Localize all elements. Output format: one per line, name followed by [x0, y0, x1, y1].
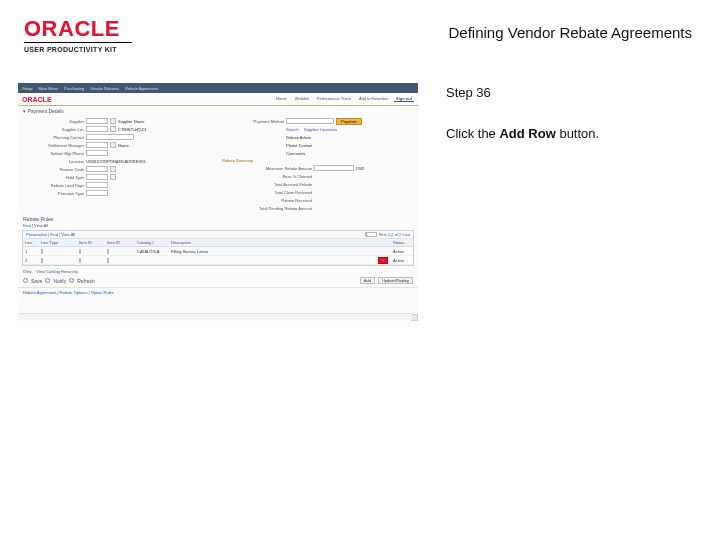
grid-links[interactable]: Find | View All	[18, 223, 418, 230]
document-title: Defining Vendor Rebate Agreements	[449, 18, 693, 41]
refresh-radio[interactable]	[69, 278, 74, 283]
notify-radio[interactable]	[45, 278, 50, 283]
max-rebate-input[interactable]	[314, 165, 354, 171]
lookup-icon[interactable]	[110, 166, 116, 172]
line-type-input[interactable]	[41, 258, 43, 263]
save-radio[interactable]	[23, 278, 28, 283]
reason-code-input[interactable]	[86, 166, 108, 172]
lookup-icon[interactable]	[110, 118, 116, 124]
add-row-button[interactable]: −	[378, 257, 388, 264]
item-id-input[interactable]	[107, 258, 109, 263]
section-title: ▾ Payment Details	[18, 106, 418, 116]
grid-page-input[interactable]	[365, 232, 377, 237]
payment-method-input[interactable]	[286, 118, 334, 124]
lead-days-input[interactable]	[86, 182, 108, 188]
grid-title: Rebate Rules	[18, 213, 418, 223]
footer-tabs[interactable]: Rebate Agreement | Rebate Options | Opti…	[18, 287, 418, 297]
step-label: Step 36	[446, 83, 696, 104]
app-tabs: Home Worklist Performance Trace Add to F…	[274, 96, 414, 102]
lookup-icon[interactable]	[110, 126, 116, 132]
app-screenshot: Setup Main Menu Purchasing Vendor Rebate…	[18, 83, 418, 321]
item-pick-input[interactable]	[79, 258, 81, 263]
supplier-input[interactable]	[86, 118, 108, 124]
scrollbar-corner[interactable]	[411, 314, 418, 321]
lookup-icon[interactable]	[110, 142, 116, 148]
rules-grid: Personalize | Find | View All First 1-2 …	[22, 230, 414, 266]
phone-input[interactable]	[86, 150, 108, 156]
add-button[interactable]: Add	[360, 277, 375, 284]
proration-input[interactable]	[86, 190, 108, 196]
table-row: 2 − Active	[23, 256, 413, 265]
logo-subtitle: USER PRODUCTIVITY KIT	[24, 46, 132, 53]
item-pick-input[interactable]	[79, 249, 81, 254]
update-display-button[interactable]: Update/Display	[378, 277, 413, 284]
view-catalog-link[interactable]: View Catalog Hierarchy	[36, 269, 78, 274]
lookup-icon[interactable]	[110, 174, 116, 180]
oracle-logo: ORACLE	[24, 18, 132, 40]
search-link[interactable]: Search	[286, 127, 299, 132]
grid-header: Line Line Type Item ID Item ID Catalog #…	[23, 239, 413, 247]
instruction-text: Click the Add Row button.	[446, 124, 696, 145]
planning-contact-input[interactable]	[86, 134, 134, 140]
settlement-mgr-input[interactable]	[86, 142, 108, 148]
app-logo: ORACLE	[22, 96, 52, 103]
instruction-panel: Step 36 Click the Add Row button.	[418, 83, 696, 321]
breadcrumb: Setup Main Menu Purchasing Vendor Rebate…	[18, 83, 418, 93]
line-type-input[interactable]	[41, 249, 43, 254]
supplier-loc-link[interactable]: Supplier Locations	[304, 127, 337, 132]
summary-heading: Rebate Summary	[222, 157, 414, 164]
populate-button[interactable]: Populate	[336, 118, 362, 125]
logo-block: ORACLE USER PRODUCTIVITY KIT	[24, 18, 132, 53]
hold-type-input[interactable]	[86, 174, 108, 180]
table-row: 1 CATALOG-A Filling Station, Linear Acti…	[23, 247, 413, 256]
header: ORACLE USER PRODUCTIVITY KIT Defining Ve…	[0, 0, 720, 59]
supplier-loc-input[interactable]	[86, 126, 108, 132]
grid-nav-links[interactable]: Personalize | Find | View All	[26, 232, 75, 237]
item-id-input[interactable]	[107, 249, 109, 254]
